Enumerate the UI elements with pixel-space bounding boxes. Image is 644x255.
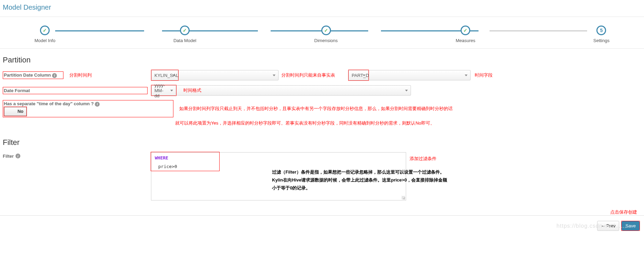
step-number-icon: 5 (596, 26, 606, 35)
step-dimensions[interactable]: ✓ Dimensions (314, 26, 338, 43)
partition-table-select-ext[interactable] (179, 70, 279, 80)
info-icon[interactable]: i (52, 73, 57, 78)
date-format-select[interactable]: yyyy-MM-dd (151, 85, 176, 96)
annotation-box: Save (621, 221, 640, 231)
annotation-box: Partition Date Column i (3, 71, 63, 79)
annotation-box: Date Format (3, 87, 148, 94)
annotation-text: 添加过滤条件 (410, 156, 436, 162)
check-icon: ✓ (40, 26, 50, 35)
arrow-left-icon: ← (601, 223, 605, 228)
stepper-connector (55, 30, 144, 31)
annotation-box: KYLIN_SALES (151, 70, 179, 81)
date-format-select-ext[interactable] (177, 85, 411, 96)
partition-date-column-label: Partition Date Column (4, 72, 51, 78)
step-settings[interactable]: 5 Settings (593, 26, 610, 43)
where-keyword: WHERE (151, 153, 406, 160)
partition-table-select[interactable]: KYLIN_SALES (151, 70, 178, 80)
step-label: Measures (456, 38, 475, 43)
info-icon[interactable]: i (95, 102, 100, 107)
annotation-box: Has a separate "time of the day" column … (3, 100, 173, 117)
annotation-box: No (4, 107, 27, 116)
annotation-box: yyyy-MM-dd (151, 85, 177, 96)
annotation-text: 就可以将此项置为Yes，并选择相应的时分秒字段即可。若事实表没有时分秒字段，同时… (175, 119, 641, 128)
date-format-label: Date Format (4, 88, 30, 93)
step-measures[interactable]: ✓ Measures (456, 26, 475, 43)
stepper: ✓ Model Info ✓ Data Model ✓ Dimensions ✓… (0, 17, 644, 49)
save-button[interactable]: Save (622, 221, 640, 231)
partition-section-title: Partition (3, 56, 641, 65)
check-icon: ✓ (461, 26, 470, 35)
page-title: Model Designer (0, 0, 644, 17)
step-model-info[interactable]: ✓ Model Info (34, 26, 56, 43)
prev-button[interactable]: ← Prev (597, 221, 620, 231)
step-data-model[interactable]: ✓ Data Model (173, 26, 196, 43)
annotation-text: 如果分割时间列字段只截止到天，并不包括时分秒，且事实表中有另一个字段存放时分秒信… (179, 106, 453, 112)
annotation-text: 时间字段 (475, 72, 493, 78)
step-label: Data Model (173, 38, 196, 43)
footer: https://blog.csdn.net/…… ← Prev Save (0, 215, 644, 236)
separate-time-label: Has a separate "time of the day" column … (4, 101, 94, 106)
stepper-connector (490, 30, 587, 31)
annotation-text: 点击保存创建 (0, 209, 637, 215)
info-icon[interactable]: i (16, 154, 20, 158)
annotation-box: PART_DT (348, 70, 369, 81)
separate-time-toggle[interactable]: No (4, 107, 27, 116)
step-label: Model Info (34, 38, 56, 43)
filter-section-title: Filter (3, 138, 641, 147)
annotation-text: 分割时间列 (69, 72, 92, 78)
resize-handle-icon[interactable] (402, 196, 405, 199)
partition-column-select[interactable]: PART_DT (349, 70, 369, 80)
filter-textarea[interactable]: WHERE price>0 过滤（Filter）条件是指，如果想把一些记录忽略掉… (151, 152, 406, 200)
annotation-text: 分割时间列只能来自事实表 (281, 72, 335, 78)
step-label: Settings (593, 38, 610, 43)
annotation-text: 时间格式 (183, 87, 201, 94)
filter-explanation: 过滤（Filter）条件是指，如果想把一些记录忽略掉，那么这里可以设置一个过滤条… (272, 168, 451, 192)
step-label: Dimensions (314, 38, 338, 43)
check-icon: ✓ (321, 26, 331, 35)
check-icon: ✓ (180, 26, 190, 35)
filter-label: Filter (3, 154, 14, 159)
partition-column-select-ext[interactable] (369, 70, 471, 80)
